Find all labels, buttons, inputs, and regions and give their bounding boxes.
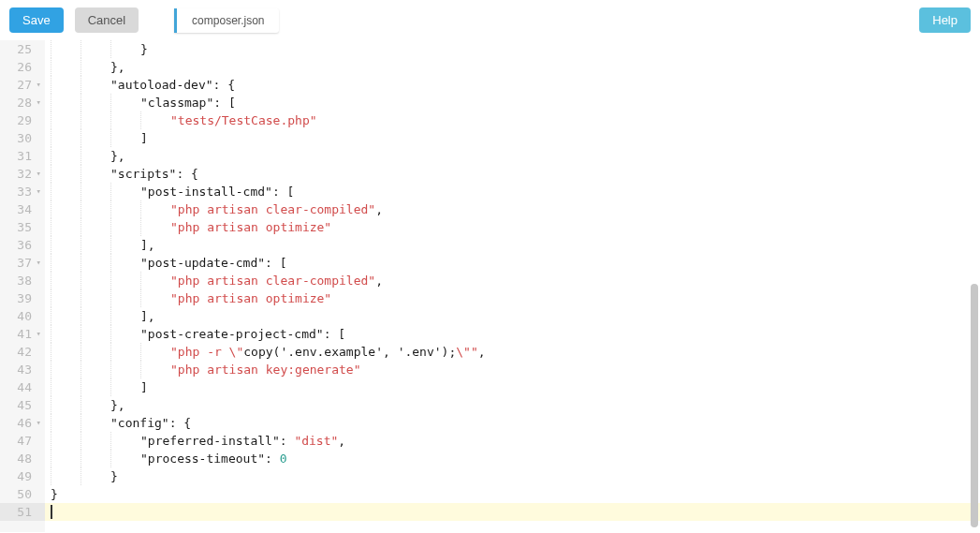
line-number[interactable]: 26 (0, 58, 45, 76)
line-number[interactable]: 38 (0, 272, 45, 289)
line-number[interactable]: 50 (0, 485, 45, 503)
fold-toggle-icon[interactable]: ▾ (34, 183, 41, 200)
token-plain: copy('.env.example', '.env'); (243, 345, 456, 359)
token-key: "config" (110, 416, 169, 430)
code-line[interactable]: "php artisan optimize" (45, 289, 980, 307)
code-line[interactable]: "php -r \"copy('.env.example', '.env');\… (45, 343, 980, 361)
line-number[interactable]: 27▾ (0, 76, 45, 94)
token-punc: : (265, 452, 280, 466)
line-number[interactable]: 29 (0, 111, 45, 129)
code-line[interactable]: "php artisan key:generate" (45, 361, 980, 378)
indent-guide (51, 94, 80, 111)
line-number[interactable]: 37▾ (0, 254, 45, 272)
editor[interactable]: 252627▾28▾29303132▾33▾34353637▾38394041▾… (0, 40, 980, 532)
line-number[interactable]: 42 (0, 343, 45, 361)
token-str: \"" (456, 345, 477, 359)
line-number[interactable]: 30 (0, 129, 45, 147)
line-number[interactable]: 34 (0, 200, 45, 218)
code-line[interactable]: "classmap": [ (45, 94, 980, 111)
code-line[interactable]: "scripts": { (45, 165, 980, 183)
code-line[interactable]: ] (45, 378, 980, 396)
save-button[interactable]: Save (9, 7, 64, 33)
code-line[interactable]: } (45, 40, 980, 58)
code-line[interactable]: "config": { (45, 414, 980, 432)
code-area[interactable]: } }, "autoload-dev": { "classmap": [ "te… (45, 40, 980, 532)
line-number[interactable]: 45 (0, 396, 45, 414)
indent-guide (110, 236, 140, 254)
indent-guide (80, 361, 110, 378)
indent-guide (140, 361, 170, 378)
code-line[interactable]: "post-create-project-cmd": [ (45, 325, 980, 343)
line-number[interactable]: 47 (0, 432, 45, 450)
line-number[interactable]: 35 (0, 218, 45, 236)
fold-toggle-icon[interactable]: ▾ (34, 94, 41, 111)
code-line[interactable] (45, 503, 980, 521)
indent-guide (110, 254, 140, 272)
code-line[interactable]: } (45, 485, 980, 503)
line-number[interactable]: 40 (0, 307, 45, 325)
fold-toggle-icon[interactable]: ▾ (34, 414, 41, 432)
token-punc: }, (110, 398, 125, 412)
indent-guide (140, 200, 170, 218)
token-str: "tests/TestCase.php" (170, 113, 317, 127)
line-number[interactable]: 31 (0, 147, 45, 165)
indent-guide (51, 129, 80, 147)
line-number[interactable]: 39 (0, 289, 45, 307)
line-number[interactable]: 48 (0, 450, 45, 467)
toolbar: Save Cancel composer.json Help (0, 0, 980, 40)
code-line[interactable]: }, (45, 58, 980, 76)
indent-guide (110, 432, 140, 450)
code-line[interactable]: "tests/TestCase.php" (45, 111, 980, 129)
indent-guide (80, 450, 110, 467)
code-line[interactable]: }, (45, 396, 980, 414)
line-number[interactable]: 43 (0, 361, 45, 378)
indent-guide (80, 343, 110, 361)
line-number[interactable]: 41▾ (0, 325, 45, 343)
code-line[interactable]: }, (45, 147, 980, 165)
code-line[interactable]: "post-update-cmd": [ (45, 254, 980, 272)
line-number[interactable]: 46▾ (0, 414, 45, 432)
code-line[interactable]: "php artisan clear-compiled", (45, 200, 980, 218)
token-punc: : [ (213, 96, 235, 110)
code-line[interactable]: "post-install-cmd": [ (45, 183, 980, 200)
fold-toggle-icon[interactable]: ▾ (34, 76, 41, 94)
token-punc: : { (176, 167, 197, 181)
code-line[interactable]: ], (45, 236, 980, 254)
line-number[interactable]: 36 (0, 236, 45, 254)
help-button[interactable]: Help (919, 7, 971, 33)
code-line[interactable]: "php artisan optimize" (45, 218, 980, 236)
code-line[interactable]: ], (45, 307, 980, 325)
code-line[interactable]: ] (45, 129, 980, 147)
vertical-scrollbar[interactable] (971, 284, 978, 527)
indent-guide (51, 361, 80, 378)
code-line[interactable]: "preferred-install": "dist", (45, 432, 980, 450)
indent-guide (110, 94, 140, 111)
token-punc: ], (140, 309, 155, 323)
line-number[interactable]: 28▾ (0, 94, 45, 111)
line-number[interactable]: 44 (0, 378, 45, 396)
token-str: "php artisan clear-compiled" (170, 202, 375, 216)
indent-guide (51, 307, 80, 325)
fold-toggle-icon[interactable]: ▾ (34, 325, 41, 343)
line-number[interactable]: 33▾ (0, 183, 45, 200)
code-line[interactable]: "process-timeout": 0 (45, 450, 980, 467)
indent-guide (110, 361, 140, 378)
line-number[interactable]: 32▾ (0, 165, 45, 183)
line-number-gutter[interactable]: 252627▾28▾29303132▾33▾34353637▾38394041▾… (0, 40, 45, 532)
fold-toggle-icon[interactable]: ▾ (34, 254, 41, 272)
line-number[interactable]: 25 (0, 40, 45, 58)
code-line[interactable]: "php artisan clear-compiled", (45, 272, 980, 289)
line-number[interactable]: 51 (0, 503, 45, 521)
file-tab[interactable]: composer.json (174, 8, 279, 33)
cancel-button[interactable]: Cancel (75, 7, 139, 33)
code-line[interactable]: } (45, 467, 980, 485)
token-str: "php artisan clear-compiled" (170, 274, 375, 288)
token-punc: , (478, 345, 486, 359)
indent-guide (110, 307, 140, 325)
indent-guide (51, 343, 80, 361)
indent-guide (80, 467, 110, 485)
code-line[interactable]: "autoload-dev": { (45, 76, 980, 94)
indent-guide (140, 272, 170, 289)
fold-toggle-icon[interactable]: ▾ (34, 165, 41, 183)
line-number[interactable]: 49 (0, 467, 45, 485)
